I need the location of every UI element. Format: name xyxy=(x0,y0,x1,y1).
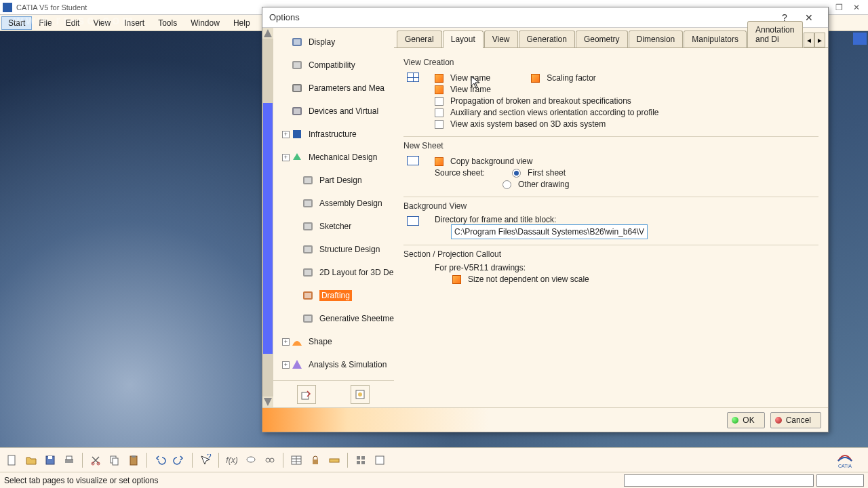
tab-generation[interactable]: Generation xyxy=(519,30,575,47)
options-tree[interactable]: DisplayCompatibilityParameters and MeaDe… xyxy=(273,28,394,380)
options-tree-panel: DisplayCompatibilityParameters and MeaDe… xyxy=(262,28,394,407)
checkbox-propagation[interactable] xyxy=(435,97,443,106)
maximize-button[interactable]: ❐ xyxy=(830,1,848,14)
radio-other-drawing[interactable] xyxy=(502,180,511,189)
tree-item-assembly-design[interactable]: Assembly Design xyxy=(273,192,394,215)
menu-start[interactable]: Start xyxy=(1,16,32,30)
menu-insert[interactable]: Insert xyxy=(117,16,151,30)
tree-item-sketcher[interactable]: Sketcher xyxy=(273,215,394,238)
svg-rect-23 xyxy=(357,461,360,464)
checkbox-view-frame[interactable] xyxy=(435,85,443,94)
tabs-scroll-right-icon[interactable]: ► xyxy=(814,33,825,47)
tree-label: Shape xyxy=(309,337,332,346)
tree-item-parameters-and-mea[interactable]: Parameters and Mea xyxy=(273,77,394,100)
cut-icon[interactable] xyxy=(87,452,104,468)
infra-icon xyxy=(290,127,304,142)
tree-item-display[interactable]: Display xyxy=(273,30,394,54)
tree-item-infrastructure[interactable]: +Infrastructure xyxy=(273,123,394,146)
tree-item-mechanical-design[interactable]: +Mechanical Design xyxy=(273,146,394,169)
tabs-scroll-left-icon[interactable]: ◄ xyxy=(804,33,814,47)
expander-icon[interactable]: + xyxy=(282,131,290,138)
tab-layout[interactable]: Layout xyxy=(443,30,484,48)
checkbox-size-not-dep[interactable] xyxy=(452,275,461,284)
tree-bottom-buttons xyxy=(273,380,394,407)
svg-rect-44 xyxy=(304,270,311,275)
tree-item-devices-and-virtual[interactable]: Devices and Virtual xyxy=(273,100,394,123)
checkbox-axis-system[interactable] xyxy=(435,120,443,129)
scroll-thumb[interactable] xyxy=(263,103,273,354)
close-button[interactable]: ✕ xyxy=(848,1,865,14)
tree-item-generative-sheetme[interactable]: Generative Sheetme xyxy=(273,307,394,330)
print-icon[interactable] xyxy=(61,452,77,468)
svg-rect-2 xyxy=(48,456,52,459)
tree-item-shape[interactable]: +Shape xyxy=(273,330,394,353)
tab-geometry[interactable]: Geometry xyxy=(576,30,628,47)
tree-item-drafting[interactable]: Drafting xyxy=(273,284,394,307)
menu-edit[interactable]: Edit xyxy=(59,16,87,30)
expander-icon[interactable]: + xyxy=(282,338,290,346)
grid-icon[interactable] xyxy=(353,452,369,468)
table-icon[interactable] xyxy=(288,452,304,468)
tree-tool-icon-1[interactable] xyxy=(297,385,316,404)
menu-file[interactable]: File xyxy=(32,16,58,30)
tab-dimension[interactable]: Dimension xyxy=(629,30,684,47)
ok-button[interactable]: OK xyxy=(727,412,764,428)
section-background-title: Background View xyxy=(403,201,818,211)
section-view-creation-title: View Creation xyxy=(403,58,818,67)
menu-window[interactable]: Window xyxy=(184,16,226,30)
tree-item-structure-design[interactable]: Structure Design xyxy=(273,238,394,261)
tab-view[interactable]: View xyxy=(484,30,518,47)
label-pre-v5r11: For pre-V5R11 drawings: xyxy=(435,263,818,272)
right-toolbar-fragment[interactable] xyxy=(853,33,867,45)
formula-icon[interactable]: f(x) xyxy=(224,452,240,468)
save-icon[interactable] xyxy=(42,452,58,468)
layout2d-icon xyxy=(300,265,315,280)
redo-icon[interactable] xyxy=(171,452,187,468)
cancel-button[interactable]: Cancel xyxy=(770,412,821,428)
lock-icon[interactable] xyxy=(307,452,323,468)
command-input[interactable] xyxy=(624,474,814,487)
scroll-up-icon[interactable] xyxy=(264,29,272,37)
checkbox-scaling-factor[interactable] xyxy=(531,74,540,83)
tab-annotation[interactable]: Annotation and Di xyxy=(747,21,803,47)
tree-item-analysis-simulation[interactable]: +Analysis & Simulation xyxy=(273,353,394,376)
label-view-name: View name xyxy=(450,73,490,83)
tree-scrollbar[interactable] xyxy=(262,28,273,407)
link-icon[interactable] xyxy=(262,452,278,468)
dialog-title-bar[interactable]: Options ? ✕ xyxy=(262,7,828,28)
checkbox-copy-bg[interactable] xyxy=(435,157,443,166)
paste-icon[interactable] xyxy=(125,452,142,468)
copy-icon[interactable] xyxy=(106,452,123,468)
checkbox-view-name[interactable] xyxy=(435,74,443,83)
tree-label: Assembly Design xyxy=(319,199,382,208)
new-icon[interactable] xyxy=(4,452,20,468)
expander-icon[interactable]: + xyxy=(282,361,290,369)
view-creation-icon xyxy=(407,73,419,82)
menu-help[interactable]: Help xyxy=(226,16,257,30)
whatsthis-icon[interactable]: ? xyxy=(197,452,214,468)
dialog-footer: OK Cancel xyxy=(262,407,828,432)
tab-general[interactable]: General xyxy=(397,30,442,47)
tree-item-compatibility[interactable]: Compatibility xyxy=(273,54,394,77)
checkbox-auxiliary[interactable] xyxy=(435,108,443,117)
sheet-icon[interactable] xyxy=(372,452,388,468)
tree-item-2d-layout-for-3d-de[interactable]: 2D Layout for 3D De xyxy=(273,261,394,284)
label-copy-bg: Copy background view xyxy=(450,157,532,166)
tree-label: Devices and Virtual xyxy=(309,106,378,116)
input-directory-path[interactable] xyxy=(451,224,648,239)
open-icon[interactable] xyxy=(23,452,39,468)
tree-item-part-design[interactable]: Part Design xyxy=(273,169,394,192)
radio-first-sheet[interactable] xyxy=(512,169,521,178)
menu-tools[interactable]: Tools xyxy=(151,16,184,30)
status-field[interactable] xyxy=(816,474,864,487)
measure-icon[interactable] xyxy=(326,452,342,468)
scroll-down-icon[interactable] xyxy=(264,398,272,406)
tree-tool-icon-2[interactable] xyxy=(351,385,370,404)
tab-manipulators[interactable]: Manipulators xyxy=(684,30,747,47)
balloon-icon[interactable] xyxy=(243,452,259,468)
menu-view[interactable]: View xyxy=(86,16,117,30)
sheet-icon xyxy=(300,311,315,326)
expander-icon[interactable]: + xyxy=(282,154,290,161)
undo-icon[interactable] xyxy=(152,452,168,468)
section-new-sheet-title: New Sheet xyxy=(403,141,818,150)
